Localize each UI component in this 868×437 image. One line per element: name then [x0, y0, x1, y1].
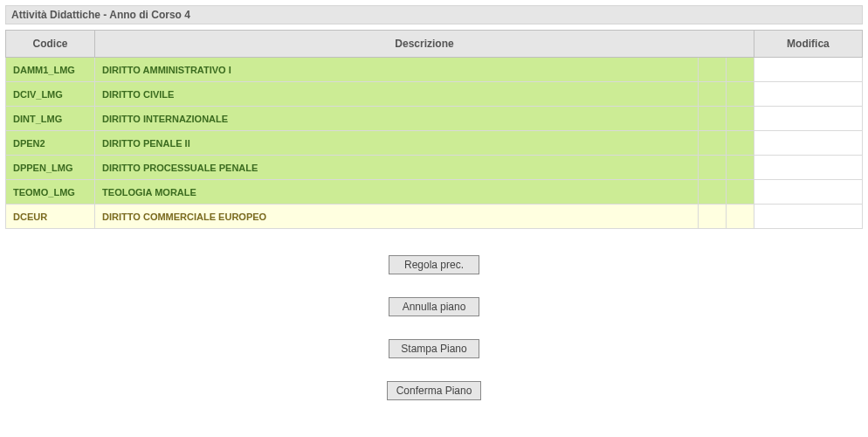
section-title: Attività Didattiche - Anno di Corso 4	[11, 9, 190, 21]
table-row: DAMM1_LMGDIRITTO AMMINISTRATIVO I	[6, 58, 863, 82]
table-row: DCIV_LMGDIRITTO CIVILE	[6, 82, 863, 107]
print-plan-button[interactable]: Stampa Piano	[389, 339, 479, 358]
cell-code: DCEUR	[6, 205, 95, 229]
confirm-plan-button[interactable]: Conferma Piano	[387, 381, 482, 400]
cell-spacer	[726, 131, 754, 156]
cell-spacer	[698, 82, 726, 107]
cell-spacer	[698, 156, 726, 180]
cell-modify	[754, 107, 862, 131]
cell-desc: DIRITTO PENALE II	[95, 131, 699, 156]
cell-code: DAMM1_LMG	[6, 58, 95, 82]
table-body: DAMM1_LMGDIRITTO AMMINISTRATIVO IDCIV_LM…	[6, 58, 863, 229]
col-header-code: Codice	[6, 31, 95, 58]
action-buttons: Regola prec. Annulla piano Stampa Piano …	[5, 255, 863, 400]
cell-spacer	[698, 180, 726, 205]
section-header: Attività Didattiche - Anno di Corso 4	[5, 5, 863, 24]
table-row: DINT_LMGDIRITTO INTERNAZIONALE	[6, 107, 863, 131]
cell-spacer	[726, 180, 754, 205]
cell-spacer	[726, 156, 754, 180]
cell-desc: TEOLOGIA MORALE	[95, 180, 699, 205]
cell-modify	[754, 82, 862, 107]
cell-desc: DIRITTO COMMERCIALE EUROPEO	[95, 205, 699, 229]
col-header-desc: Descrizione	[95, 31, 754, 58]
cell-modify	[754, 205, 862, 229]
cell-code: DPPEN_LMG	[6, 156, 95, 180]
cell-modify	[754, 131, 862, 156]
table-header-row: Codice Descrizione Modifica	[6, 31, 863, 58]
table-row: TEOMO_LMGTEOLOGIA MORALE	[6, 180, 863, 205]
cell-modify	[754, 156, 862, 180]
cell-spacer	[726, 107, 754, 131]
cell-desc: DIRITTO PROCESSUALE PENALE	[95, 156, 699, 180]
cell-desc: DIRITTO INTERNAZIONALE	[95, 107, 699, 131]
cell-code: DCIV_LMG	[6, 82, 95, 107]
cell-spacer	[698, 58, 726, 82]
table-row: DPEN2DIRITTO PENALE II	[6, 131, 863, 156]
cell-desc: DIRITTO CIVILE	[95, 82, 699, 107]
prev-rule-button[interactable]: Regola prec.	[389, 255, 479, 274]
cell-code: DINT_LMG	[6, 107, 95, 131]
cell-desc: DIRITTO AMMINISTRATIVO I	[95, 58, 699, 82]
cell-spacer	[698, 107, 726, 131]
cell-spacer	[726, 205, 754, 229]
activities-table: Codice Descrizione Modifica DAMM1_LMGDIR…	[5, 30, 863, 229]
cell-spacer	[698, 131, 726, 156]
cell-spacer	[698, 205, 726, 229]
col-header-mod: Modifica	[754, 31, 862, 58]
cell-modify	[754, 180, 862, 205]
cell-code: DPEN2	[6, 131, 95, 156]
cell-spacer	[726, 82, 754, 107]
cell-spacer	[726, 58, 754, 82]
cell-modify	[754, 58, 862, 82]
cell-code: TEOMO_LMG	[6, 180, 95, 205]
table-row: DPPEN_LMGDIRITTO PROCESSUALE PENALE	[6, 156, 863, 180]
cancel-plan-button[interactable]: Annulla piano	[389, 297, 479, 316]
table-row: DCEURDIRITTO COMMERCIALE EUROPEO	[6, 205, 863, 229]
